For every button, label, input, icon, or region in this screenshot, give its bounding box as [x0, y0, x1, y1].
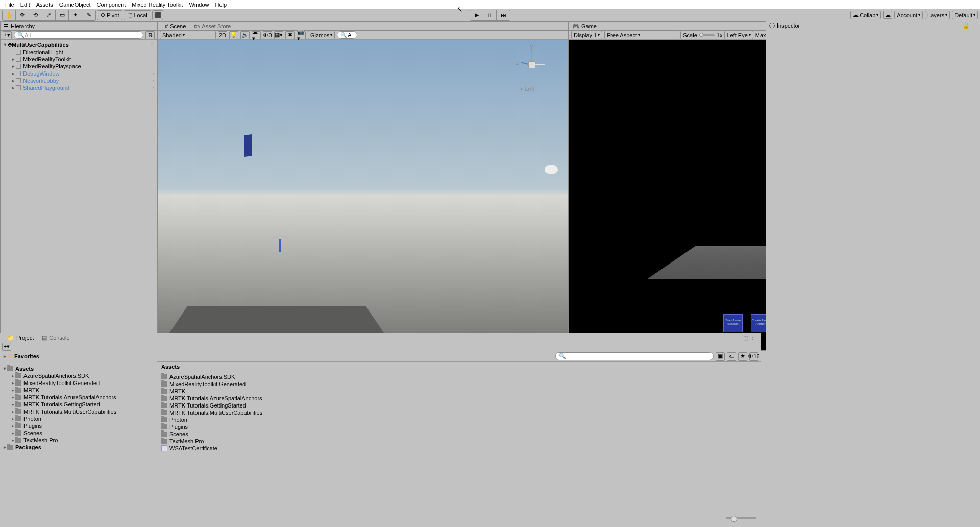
menu-help[interactable]: Help: [212, 1, 230, 9]
menu-mrtk[interactable]: Mixed Reality Toolkit: [129, 1, 186, 9]
hierarchy-item-playspace[interactable]: ▸MixedRealityPlayspace: [2, 63, 156, 70]
asset-item[interactable]: MRTK.Tutorials.AzureSpatialAnchors: [161, 395, 756, 402]
project-tab[interactable]: 📁Project: [3, 333, 38, 342]
shading-dropdown[interactable]: Shaded: [160, 31, 216, 39]
project-search-bar: 🔍 ▣ 🏷 ★ 👁16: [157, 351, 761, 362]
asset-item[interactable]: TextMesh Pro: [161, 438, 756, 445]
scene-view[interactable]: y z < Left: [158, 40, 568, 350]
inspector-tab[interactable]: ⓘ Inspector 🔒 ⋮: [766, 21, 980, 30]
console-tab[interactable]: ▤Console: [38, 333, 74, 342]
menu-component[interactable]: Component: [93, 1, 129, 9]
asset-item[interactable]: WSATestCertificate: [161, 445, 756, 452]
move-tool[interactable]: ✥: [16, 10, 29, 20]
assets-root[interactable]: ▼Assets: [1, 365, 156, 372]
scene-root[interactable]: ▼⬘ MultiUserCapabilities ⋮: [2, 41, 156, 49]
asset-store-tab[interactable]: 🛍Asset Store: [190, 22, 235, 31]
hierarchy-item-sharedplayground[interactable]: ▸SharedPlayground›: [2, 84, 156, 91]
tool-settings[interactable]: ✖: [285, 31, 295, 39]
play-controls: ▶ ⏸ ⏭: [470, 10, 510, 21]
menu-assets[interactable]: Assets: [33, 1, 56, 9]
2d-toggle[interactable]: 2D: [218, 31, 227, 39]
project-tab-menu[interactable]: ◫ ⋮: [743, 334, 757, 341]
camera-settings[interactable]: 📷▾: [297, 31, 306, 39]
fx-toggle[interactable]: ☁▾: [252, 31, 261, 39]
asset-item[interactable]: MRTK.Tutorials.GettingStarted: [161, 402, 756, 409]
tree-item[interactable]: ▸MixedRealityToolkit.Generated: [1, 379, 156, 387]
project-search[interactable]: 🔍: [555, 352, 714, 360]
hierarchy-item-directional-light[interactable]: Directional Light: [2, 49, 156, 56]
axis-gizmo[interactable]: y z < Left: [517, 50, 548, 91]
hierarchy-list: ▼⬘ MultiUserCapabilities ⋮ Directional L…: [1, 40, 157, 350]
tree-item[interactable]: ▸MRTK: [1, 387, 156, 394]
filter-by-label[interactable]: 🏷: [727, 352, 736, 361]
inspector-lock-icon[interactable]: 🔒 ⋮: [963, 22, 977, 29]
display-dropdown[interactable]: Display 1: [571, 31, 602, 39]
aspect-dropdown[interactable]: Free Aspect: [604, 31, 681, 39]
tree-item[interactable]: ▸Photon: [1, 415, 156, 422]
hidden-packages[interactable]: 👁16: [749, 352, 758, 361]
scene-tabs: #Scene 🛍Asset Store ⋮: [158, 22, 568, 31]
project-create-button[interactable]: +▾: [2, 343, 11, 351]
pause-button[interactable]: ⏸: [483, 10, 497, 20]
snap-toggle[interactable]: ⬛: [152, 10, 163, 20]
packages-root[interactable]: ▸Packages: [1, 444, 156, 451]
hierarchy-search[interactable]: 🔍 All: [14, 31, 143, 39]
hierarchy-item-networklobby[interactable]: ▸NetworkLobby›: [2, 77, 156, 84]
layers-dropdown[interactable]: Layers: [925, 11, 950, 19]
scale-label: Scale: [683, 32, 697, 38]
layout-dropdown[interactable]: Default: [952, 11, 978, 19]
hidden-objects[interactable]: 👁0: [263, 31, 272, 39]
thumbnail-size-slider[interactable]: [726, 517, 756, 519]
account-dropdown[interactable]: Account: [894, 11, 923, 19]
hierarchy-tab[interactable]: ☰ Hierarchy: [1, 22, 157, 31]
hand-tool[interactable]: ✋: [3, 10, 16, 20]
save-search[interactable]: ★: [738, 352, 747, 361]
asset-item[interactable]: Plugins: [161, 423, 756, 430]
tab-menu-icon[interactable]: ⋮: [557, 23, 565, 30]
favorites-root[interactable]: ▸★Favorites: [1, 352, 156, 360]
pivot-toggle[interactable]: ⊕Pivot: [97, 10, 122, 20]
scale-slider[interactable]: [699, 34, 715, 36]
scene-tab[interactable]: #Scene: [161, 22, 190, 31]
tree-item[interactable]: ▸MRTK.Tutorials.GettingStarted: [1, 401, 156, 408]
gizmos-dropdown[interactable]: Gizmos: [308, 31, 335, 39]
rect-tool[interactable]: ▭: [56, 10, 69, 20]
rotate-tool[interactable]: ⟲: [29, 10, 42, 20]
lighting-toggle[interactable]: 💡: [229, 31, 238, 39]
asset-item[interactable]: Scenes: [161, 430, 756, 438]
tree-item[interactable]: ▸MRTK.Tutorials.AzureSpatialAnchors: [1, 394, 156, 401]
asset-item[interactable]: AzureSpatialAnchors.SDK: [161, 373, 756, 380]
tree-item[interactable]: ▸AzureSpatialAnchors.SDK: [1, 372, 156, 379]
scene-search[interactable]: 🔍 A: [337, 31, 357, 39]
hierarchy-filter[interactable]: ⇅: [145, 31, 155, 39]
eye-dropdown[interactable]: Left Eye: [724, 31, 753, 39]
tree-item[interactable]: ▸TextMesh Pro: [1, 437, 156, 444]
tree-item[interactable]: ▸Plugins: [1, 422, 156, 429]
asset-item[interactable]: MRTK: [161, 388, 756, 395]
asset-item[interactable]: MixedRealityToolkit.Generated: [161, 380, 756, 388]
collab-dropdown[interactable]: ☁Collab: [850, 11, 881, 19]
scale-tool[interactable]: ⤢: [42, 10, 56, 20]
cloud-button[interactable]: ☁: [883, 11, 892, 19]
hierarchy-item-mrtk[interactable]: ▸MixedRealityToolkit: [2, 56, 156, 63]
transform-tool[interactable]: ✦: [69, 10, 82, 20]
asset-item[interactable]: MRTK.Tutorials.MultiUserCapabilities: [161, 409, 756, 416]
create-button[interactable]: +▾: [3, 31, 12, 39]
play-button[interactable]: ▶: [470, 10, 483, 20]
asset-item[interactable]: Photon: [161, 416, 756, 423]
menu-bar: File Edit Assets GameObject Component Mi…: [0, 0, 980, 9]
filter-by-type[interactable]: ▣: [716, 352, 725, 361]
menu-edit[interactable]: Edit: [17, 1, 33, 9]
custom-tool[interactable]: ✎: [82, 10, 95, 20]
hierarchy-item-debugwindow[interactable]: ▸DebugWindow›: [2, 70, 156, 77]
local-toggle[interactable]: ⬚Local: [124, 10, 151, 20]
menu-file[interactable]: File: [2, 1, 17, 9]
tree-item[interactable]: ▸MRTK.Tutorials.MultiUserCapabilities: [1, 408, 156, 415]
breadcrumb[interactable]: Assets: [157, 362, 761, 372]
menu-gameobject[interactable]: GameObject: [56, 1, 94, 9]
step-button[interactable]: ⏭: [497, 10, 510, 20]
audio-toggle[interactable]: 🔊: [240, 31, 250, 39]
menu-window[interactable]: Window: [186, 1, 212, 9]
grid-toggle[interactable]: ▦▾: [274, 31, 283, 39]
tree-item[interactable]: ▸Scenes: [1, 429, 156, 437]
